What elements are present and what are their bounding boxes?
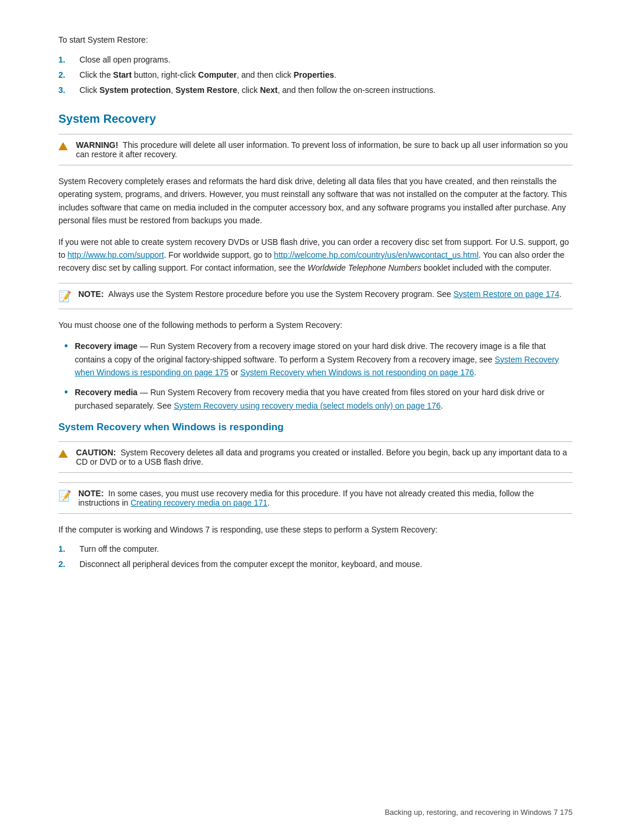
responding-step-text-2: Disconnect all peripheral devices from t… xyxy=(79,559,422,569)
bullet-item-2: • Recovery media — Run System Recovery f… xyxy=(64,386,573,412)
hp-support-link[interactable]: http://www.hp.com/support xyxy=(68,250,164,260)
note-icon-2: 📝 xyxy=(58,489,74,502)
bullet-text-1: Recovery image — Run System Recovery fro… xyxy=(75,340,573,379)
responding-step-num-1: 1. xyxy=(58,544,79,554)
page-footer: Backing up, restoring, and recovering in… xyxy=(0,808,631,817)
system-restore-link[interactable]: System Restore on page 174 xyxy=(453,289,559,299)
step-num-3: 3. xyxy=(58,85,79,95)
bullet-dot-1: • xyxy=(64,338,75,354)
step-text-1: Close all open programs. xyxy=(79,55,171,64)
step-num-2: 2. xyxy=(58,70,79,79)
initial-step-1: 1. Close all open programs. xyxy=(58,55,573,64)
bullet-text-2: Recovery media — Run System Recovery fro… xyxy=(75,386,573,412)
responding-step-num-2: 2. xyxy=(58,559,79,569)
recovery-media-link[interactable]: System Recovery using recovery media (se… xyxy=(174,401,441,410)
warning-label: WARNING! xyxy=(76,140,123,150)
system-recovery-para3: You must choose one of the following met… xyxy=(58,319,573,331)
warning-content: WARNING! This procedure will delete all … xyxy=(76,140,573,159)
note-content: NOTE: Always use the System Restore proc… xyxy=(78,289,561,299)
warning-triangle-icon xyxy=(58,141,71,150)
caution-box: CAUTION: System Recovery deletes all dat… xyxy=(58,441,573,473)
system-recovery-responding-heading: System Recovery when Windows is respondi… xyxy=(58,421,573,433)
responding-note-text: In some cases, you must use recovery med… xyxy=(78,489,534,507)
responding-step-1: 1. Turn off the computer. xyxy=(58,544,573,554)
caution-triangle-icon xyxy=(58,448,71,458)
bullet-item-1: • Recovery image — Run System Recovery f… xyxy=(64,340,573,379)
responding-step-text-1: Turn off the computer. xyxy=(79,544,159,554)
bullet-dot-2: • xyxy=(64,385,75,400)
system-recovery-note-box: 📝 NOTE: Always use the System Restore pr… xyxy=(58,283,573,309)
note-text: Always use the System Restore procedure … xyxy=(108,289,561,299)
caution-text: System Recovery deletes all data and pro… xyxy=(76,448,567,466)
system-recovery-para2: If you were not able to create system re… xyxy=(58,236,573,275)
warning-box: WARNING! This procedure will delete all … xyxy=(58,134,573,165)
system-recovery-bullets: • Recovery image — Run System Recovery f… xyxy=(58,340,573,412)
responding-para1: If the computer is working and Windows 7… xyxy=(58,523,573,536)
system-recovery-para1: System Recovery completely erases and re… xyxy=(58,175,573,227)
note-icon: 📝 xyxy=(58,290,74,303)
caution-content: CAUTION: System Recovery deletes all dat… xyxy=(76,448,573,466)
step-text-2: Click the Start button, right-click Comp… xyxy=(79,70,337,79)
creating-recovery-media-link[interactable]: Creating recovery media on page 171 xyxy=(130,498,267,507)
responding-note-label: NOTE: xyxy=(78,489,108,498)
warning-text: This procedure will delete all user info… xyxy=(76,140,568,159)
initial-step-2: 2. Click the Start button, right-click C… xyxy=(58,70,573,79)
responding-steps-list: 1. Turn off the computer. 2. Disconnect … xyxy=(58,544,573,569)
note-label: NOTE: xyxy=(78,289,108,299)
recovery-not-responding-link[interactable]: System Recovery when Windows is not resp… xyxy=(240,368,474,377)
hp-worldwide-link[interactable]: http://welcome.hp.com/country/us/en/wwco… xyxy=(274,250,479,260)
footer-text: Backing up, restoring, and recovering in… xyxy=(384,808,573,817)
responding-note-box: 📝 NOTE: In some cases, you must use reco… xyxy=(58,482,573,514)
step-num-1: 1. xyxy=(58,55,79,64)
system-recovery-heading: System Recovery xyxy=(58,112,573,126)
step-text-3: Click System protection, System Restore,… xyxy=(79,85,435,95)
responding-note-content: NOTE: In some cases, you must use recove… xyxy=(78,489,573,507)
initial-step-3: 3. Click System protection, System Resto… xyxy=(58,85,573,95)
responding-step-2: 2. Disconnect all peripheral devices fro… xyxy=(58,559,573,569)
initial-steps-list: 1. Close all open programs. 2. Click the… xyxy=(58,55,573,95)
caution-label: CAUTION: xyxy=(76,448,120,457)
intro-text: To start System Restore: xyxy=(58,35,573,44)
